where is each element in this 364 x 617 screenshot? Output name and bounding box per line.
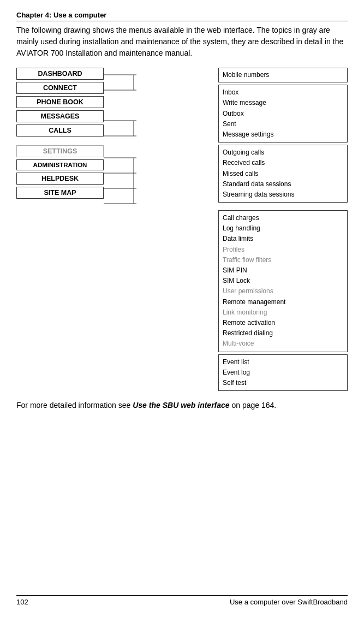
mobile-numbers-label: Mobile numbers [223,71,269,79]
settings-restricted-dialing: Restricted dialing [223,328,343,339]
page-footer-text: Use a computer over SwiftBroadband [230,598,348,606]
settings-link-monitoring: Link monitoring [223,307,343,318]
connector-lines [104,68,213,341]
settings-log-handling: Log handling [223,223,343,234]
page-footer: 102 Use a computer over SwiftBroadband [16,595,348,606]
footer-text-prefix: For more detailed information see [16,401,133,410]
settings-sim-lock: SIM Lock [223,276,343,286]
menu-messages: MESSAGES [16,110,104,122]
settings-profiles: Profiles [223,245,343,255]
msg-inbox: Inbox [223,87,343,98]
settings-traffic-flow: Traffic flow filters [223,255,343,265]
helpdesk-event-log: Event log [223,367,343,378]
menu-helpdesk: HELPDESK [16,173,104,185]
diagram-wrapper: DASHBOARD CONNECT PHONE BOOK MESSAGES CA… [16,68,348,391]
menu-administration: ADMINISTRATION [16,159,104,170]
settings-sim-pin: SIM PIN [223,265,343,276]
chapter-title: Chapter 4: Use a computer [16,11,106,19]
footer-paragraph: For more detailed information see Use th… [16,400,348,411]
settings-multi-voice: Multi-voice [223,339,343,349]
page-number: 102 [16,598,28,606]
settings-remote-activation: Remote activation [223,318,343,328]
calls-panel: Outgoing calls Received calls Missed cal… [218,145,348,203]
calls-standard-data: Standard data sessions [223,179,343,189]
menu-connect: CONNECT [16,82,104,94]
menu-settings: SETTINGS [16,145,104,157]
msg-settings: Message settings [223,129,343,140]
settings-data-limits: Data limits [223,234,343,244]
intro-paragraph: The following drawing shows the menus av… [16,25,348,59]
msg-sent: Sent [223,119,343,129]
helpdesk-self-test: Self test [223,378,343,388]
calls-outgoing: Outgoing calls [223,147,343,158]
msg-write: Write message [223,98,343,108]
footer-text-link: Use the SBU web interface [133,401,229,410]
right-panels: Mobile numbers Inbox Write message Outbo… [218,68,348,391]
left-menu-column: DASHBOARD CONNECT PHONE BOOK MESSAGES CA… [16,68,104,199]
msg-outbox: Outbox [223,109,343,119]
menu-dashboard: DASHBOARD [16,68,104,80]
messages-panel: Inbox Write message Outbox Sent Message … [218,85,348,143]
menu-phone-book: PHONE BOOK [16,96,104,108]
menu-site-map: SITE MAP [16,187,104,199]
calls-received: Received calls [223,158,343,168]
calls-streaming-data: Streaming data sessions [223,189,343,200]
menu-calls: CALLS [16,124,104,137]
settings-user-permissions: User permissions [223,286,343,296]
mobile-numbers-box: Mobile numbers [218,68,348,82]
helpdesk-panel: Event list Event log Self test [218,354,348,391]
chapter-header: Chapter 4: Use a computer [16,11,348,21]
settings-remote-mgmt: Remote management [223,297,343,307]
settings-call-charges: Call charges [223,213,343,223]
settings-panel: Call charges Log handling Data limits Pr… [218,210,348,352]
footer-text-suffix: on page 164. [230,401,277,410]
helpdesk-event-list: Event list [223,357,343,367]
calls-missed: Missed calls [223,169,343,179]
